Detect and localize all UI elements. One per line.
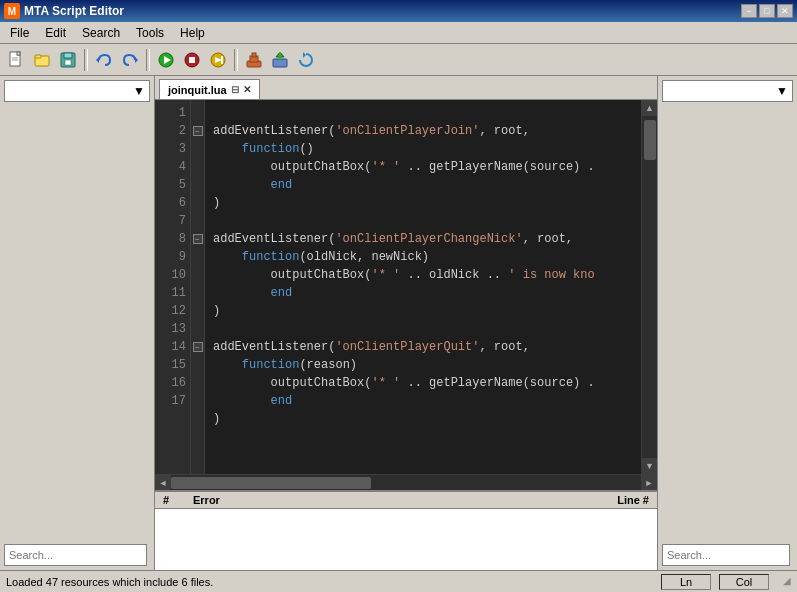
line-8: function(oldNick, newNick) (213, 250, 429, 264)
h-scroll-right-arrow[interactable]: ► (641, 475, 657, 491)
main-layout: ▼ joinquit.lua ⊟ ✕ 1 2 3 (0, 76, 797, 570)
svg-rect-20 (252, 53, 256, 57)
export-button[interactable] (268, 48, 292, 72)
menu-bar: File Edit Search Tools Help (0, 22, 797, 44)
menu-tools[interactable]: Tools (128, 24, 172, 42)
error-content (155, 509, 657, 567)
app-icon: M (4, 3, 20, 19)
error-col-line: Line # (589, 494, 649, 506)
error-header: # Error Line # (155, 492, 657, 509)
tab-close-button[interactable]: ✕ (243, 84, 251, 95)
line-17: ) (213, 412, 220, 426)
line-16: end (213, 394, 292, 408)
left-panel-dropdown[interactable]: ▼ (4, 80, 150, 102)
v-scroll-down-arrow[interactable]: ▼ (642, 458, 658, 474)
left-search-input[interactable] (4, 544, 147, 566)
line-7: addEventListener('onClientPlayerChangeNi… (213, 232, 573, 246)
menu-edit[interactable]: Edit (37, 24, 74, 42)
error-col-msg: Error (193, 494, 589, 506)
left-search-container (4, 544, 150, 566)
h-scroll-thumb[interactable] (171, 477, 371, 489)
toolbar-separator-3 (234, 49, 238, 71)
build-button[interactable] (242, 48, 266, 72)
tab-filename: joinquit.lua (168, 84, 227, 96)
new-button[interactable] (4, 48, 28, 72)
menu-file[interactable]: File (2, 24, 37, 42)
line-2: function() (213, 142, 314, 156)
h-scroll-left-arrow[interactable]: ◄ (155, 475, 171, 491)
line-4: end (213, 178, 292, 192)
status-bar: Loaded 47 resources which include 6 file… (0, 570, 797, 592)
col-field: Col (719, 574, 769, 590)
right-search-input[interactable] (662, 544, 790, 566)
line-13: addEventListener('onClientPlayerQuit', r… (213, 340, 530, 354)
code-editor[interactable]: 1 2 3 4 5 6 7 8 9 10 11 12 13 14 (155, 100, 657, 474)
right-panel: ▼ (657, 76, 797, 570)
editor-area: joinquit.lua ⊟ ✕ 1 2 3 4 5 6 7 (155, 76, 657, 570)
refresh-button[interactable] (294, 48, 318, 72)
undo-button[interactable] (92, 48, 116, 72)
title-bar: M MTA Script Editor − □ ✕ (0, 0, 797, 22)
svg-rect-14 (189, 57, 195, 63)
line-1: addEventListener('onClientPlayerJoin', r… (213, 124, 530, 138)
collapse-btn-8[interactable]: − (193, 234, 203, 244)
right-panel-dropdown[interactable]: ▼ (662, 80, 793, 102)
open-button[interactable] (30, 48, 54, 72)
line-14: function(reason) (213, 358, 357, 372)
h-scrollbar[interactable]: ◄ ► (155, 474, 657, 490)
line-10: end (213, 286, 292, 300)
save-button[interactable] (56, 48, 80, 72)
stop-button[interactable] (180, 48, 204, 72)
menu-help[interactable]: Help (172, 24, 213, 42)
svg-rect-1 (17, 52, 20, 55)
title-text: MTA Script Editor (24, 4, 124, 18)
line-9: outputChatBox('* ' .. oldNick .. ' is no… (213, 268, 595, 282)
error-panel: # Error Line # (155, 490, 657, 570)
toolbar-separator-2 (146, 49, 150, 71)
vertical-scrollbar[interactable]: ▲ ▼ (641, 100, 657, 474)
line-numbers: 1 2 3 4 5 6 7 8 9 10 11 12 13 14 (155, 100, 191, 474)
v-scroll-thumb[interactable] (644, 120, 656, 160)
minimize-button[interactable]: − (741, 4, 757, 18)
right-dropdown-arrow: ▼ (776, 84, 788, 98)
step-over-button[interactable] (206, 48, 230, 72)
v-scroll-up-arrow[interactable]: ▲ (642, 100, 658, 116)
ln-field: Ln (661, 574, 711, 590)
toolbar-separator-1 (84, 49, 88, 71)
right-search-container (662, 544, 793, 566)
svg-marker-24 (303, 52, 306, 58)
close-button[interactable]: ✕ (777, 4, 793, 18)
title-bar-left: M MTA Script Editor (4, 3, 124, 19)
run-button[interactable] (154, 48, 178, 72)
code-content[interactable]: addEventListener('onClientPlayerJoin', r… (205, 100, 641, 474)
line-5: ) (213, 196, 220, 210)
toolbar (0, 44, 797, 76)
filter-icon: ⊟ (231, 84, 239, 95)
tab-bar: joinquit.lua ⊟ ✕ (155, 76, 657, 100)
h-scroll-track[interactable] (171, 477, 641, 489)
window-controls: − □ ✕ (741, 4, 793, 18)
menu-search[interactable]: Search (74, 24, 128, 42)
status-message: Loaded 47 resources which include 6 file… (6, 576, 653, 588)
line-15: outputChatBox('* ' .. getPlayerName(sour… (213, 376, 595, 390)
left-panel: ▼ (0, 76, 155, 570)
resize-grip[interactable]: ◢ (777, 575, 791, 589)
maximize-button[interactable]: □ (759, 4, 775, 18)
svg-rect-5 (35, 55, 41, 58)
redo-button[interactable] (118, 48, 142, 72)
svg-marker-10 (135, 57, 138, 63)
svg-rect-7 (64, 53, 72, 58)
line-3: outputChatBox('* ' .. getPlayerName(sour… (213, 160, 595, 174)
svg-marker-9 (96, 57, 99, 63)
line-11: ) (213, 304, 220, 318)
error-col-hash: # (163, 494, 193, 506)
collapse-btn-14[interactable]: − (193, 342, 203, 352)
editor-tab-joinquit[interactable]: joinquit.lua ⊟ ✕ (159, 79, 260, 99)
collapse-btn-2[interactable]: − (193, 126, 203, 136)
svg-rect-8 (65, 60, 71, 65)
collapse-markers: − − − (191, 100, 205, 474)
left-dropdown-arrow: ▼ (133, 84, 145, 98)
